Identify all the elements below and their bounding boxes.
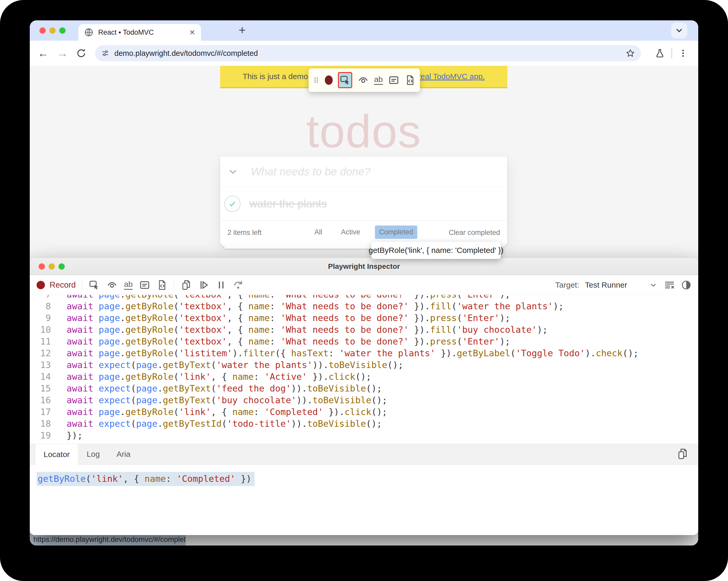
screenshot-canvas: React • TodoMVC ✕ + ← → demo.playwright.…: [0, 0, 728, 581]
code-token: .: [157, 360, 163, 370]
url-text: demo.playwright.dev/todomvc/#/completed: [114, 49, 626, 58]
todo-filters: AllActiveCompleted: [310, 226, 417, 239]
record-button[interactable]: Record: [50, 280, 76, 290]
chevron-down-icon[interactable]: [649, 280, 658, 290]
code-token: 'What needs to be done?': [281, 301, 409, 311]
pause-button[interactable]: [216, 280, 226, 290]
code-token: name: [232, 371, 254, 382]
code-token: name: [232, 407, 254, 417]
close-window-button[interactable]: [40, 27, 46, 34]
code-token: getByRole: [125, 407, 173, 417]
code-token: }).: [409, 324, 430, 335]
browser-menu-button[interactable]: [678, 41, 688, 66]
new-todo-input[interactable]: What needs to be done?: [251, 165, 370, 178]
code-line: 19});: [30, 430, 698, 441]
code-token: 'textbox': [179, 301, 227, 311]
code-token: (: [457, 295, 462, 300]
target-value[interactable]: Test Runner: [585, 281, 627, 289]
tab-locator[interactable]: Locator: [35, 444, 78, 465]
code-token: [93, 418, 99, 429]
assert-visibility-button[interactable]: [358, 74, 369, 86]
assert-value-button[interactable]: [139, 279, 150, 291]
tune-icon[interactable]: [101, 49, 110, 58]
star-icon[interactable]: [626, 49, 635, 58]
locator-value[interactable]: getByRole('link', { name: 'Completed' }): [36, 472, 255, 486]
code-token: .: [120, 407, 125, 417]
back-button[interactable]: ←: [37, 41, 49, 66]
record-dot-icon[interactable]: [36, 281, 45, 289]
forward-button[interactable]: →: [57, 41, 68, 66]
filter-active[interactable]: Active: [337, 226, 365, 239]
todo-item-label[interactable]: water the plants: [250, 197, 327, 210]
clear-log-icon[interactable]: [664, 279, 675, 291]
copy-locator-button[interactable]: [676, 448, 689, 462]
code-token: }).: [307, 371, 329, 382]
assert-text-button[interactable]: ab: [374, 75, 383, 85]
code-token: 'Toggle Todo': [516, 348, 585, 359]
zoom-window-button[interactable]: [59, 27, 66, 34]
assert-snapshot-button[interactable]: [405, 75, 416, 86]
code-token: hasText: [291, 348, 329, 359]
tab-log[interactable]: Log: [78, 444, 108, 464]
minimize-window-button[interactable]: [49, 27, 56, 34]
zoom-window-button[interactable]: [58, 263, 65, 270]
assert-visibility-button[interactable]: [106, 279, 118, 291]
record-dot-icon[interactable]: [325, 75, 333, 85]
code-line: 16await expect(page.getByText('buy choco…: [30, 394, 698, 406]
recorded-script[interactable]: 7await page.getByRole('textbox', { name:…: [30, 295, 698, 444]
assert-snapshot-button[interactable]: [157, 280, 167, 290]
tab-search-button[interactable]: [671, 22, 687, 38]
code-token: getByRole: [125, 301, 173, 311]
browser-tab[interactable]: React • TodoMVC ✕: [78, 24, 201, 41]
filter-completed[interactable]: Completed: [375, 226, 417, 239]
assert-text-icon: ab: [374, 75, 383, 85]
assert-value-button[interactable]: [388, 74, 399, 86]
code-token: )).: [291, 383, 307, 394]
close-window-button[interactable]: [38, 263, 45, 270]
code-line: 12await page.getByRole('listitem').filte…: [30, 347, 698, 359]
code-token: [93, 313, 99, 323]
line-number: 8: [30, 300, 51, 312]
resume-button[interactable]: [198, 279, 210, 291]
code-token: (: [173, 348, 179, 359]
code-token: ({: [275, 348, 291, 359]
code-token: .: [120, 348, 125, 359]
code-token: 'link': [179, 407, 211, 417]
reload-button[interactable]: [76, 41, 87, 66]
pick-locator-button-active[interactable]: [338, 72, 352, 88]
assert-text-button[interactable]: ab: [124, 280, 133, 290]
code-token: getByRole: [125, 324, 173, 335]
pick-locator-button[interactable]: [88, 279, 100, 291]
code-token: .: [120, 295, 125, 300]
copy-icon: [180, 279, 192, 291]
copy-button[interactable]: [180, 279, 192, 291]
line-number: 12: [30, 347, 51, 359]
code-token: (: [211, 395, 216, 405]
code-token: press: [430, 295, 457, 300]
code-token: .: [120, 324, 125, 335]
tab-aria[interactable]: Aria: [108, 444, 139, 464]
clear-completed-button[interactable]: Clear completed: [449, 229, 500, 237]
address-bar[interactable]: demo.playwright.dev/todomvc/#/completed: [95, 45, 641, 61]
inspector-toolbar: Record ab: [30, 275, 698, 295]
step-over-button[interactable]: [233, 279, 244, 291]
toggle-all-icon[interactable]: [227, 166, 239, 178]
contrast-toggle-icon[interactable]: [681, 280, 692, 290]
todo-toggle-checkbox[interactable]: [224, 196, 240, 212]
code-token: 'textbox': [179, 336, 227, 347]
todomvc-link[interactable]: real TodoMVC app.: [418, 72, 485, 81]
code-token: 'water the plants': [339, 348, 435, 359]
new-tab-button[interactable]: +: [239, 23, 246, 37]
code-token: toBeVisible: [307, 383, 366, 394]
code-token: }).: [409, 295, 430, 300]
code-token: [93, 324, 99, 335]
drag-grip-icon[interactable]: [313, 75, 320, 85]
code-token: 'water the plants': [216, 360, 312, 370]
close-tab-icon[interactable]: ✕: [189, 28, 195, 37]
minimize-window-button[interactable]: [49, 263, 55, 270]
code-token: [93, 395, 99, 405]
code-token: toBeVisible: [307, 418, 366, 429]
filter-all[interactable]: All: [310, 226, 327, 239]
window-controls: [40, 27, 66, 34]
experiments-button[interactable]: [655, 41, 665, 66]
